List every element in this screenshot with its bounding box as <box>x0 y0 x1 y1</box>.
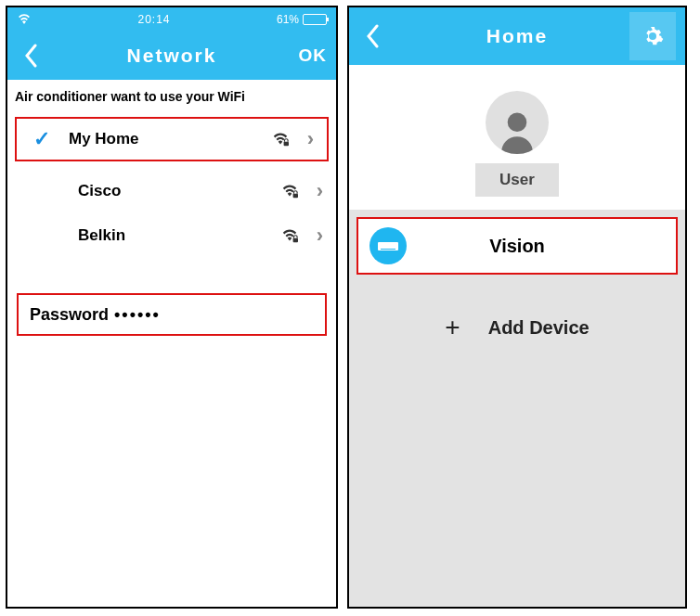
svg-rect-0 <box>284 142 289 147</box>
ok-button[interactable]: OK <box>299 45 328 66</box>
wifi-name: Cisco <box>50 182 277 200</box>
avatar[interactable] <box>486 91 549 154</box>
wifi-name: Belkin <box>50 226 277 245</box>
wifi-row-cisco[interactable]: Cisco › <box>7 169 336 213</box>
wifi-lock-icon <box>277 183 303 199</box>
device-row-vision[interactable]: Vision <box>356 217 678 275</box>
device-name: Vision <box>407 236 665 257</box>
svg-rect-2 <box>293 238 298 243</box>
profile-section: User <box>349 65 685 210</box>
nav-title: Network <box>7 45 336 67</box>
wifi-name: My Home <box>59 130 267 148</box>
network-screen: 20:14 61% Network OK Air conditioner wan… <box>6 6 338 609</box>
password-label: Password <box>30 305 109 325</box>
wifi-row-myhome[interactable]: ✓ My Home › <box>15 117 329 161</box>
password-field[interactable]: Password •••••• <box>17 293 327 336</box>
battery-percent: 61% <box>277 13 299 26</box>
back-button[interactable] <box>17 42 45 70</box>
home-screen: Home User Vision + Add Device <box>347 6 687 609</box>
wifi-status-icon <box>17 13 32 27</box>
status-bar: 20:14 61% <box>7 7 336 32</box>
plus-icon: + <box>445 313 460 342</box>
gear-icon <box>642 25 664 47</box>
svg-rect-1 <box>293 194 298 199</box>
nav-bar-home: Home <box>349 7 685 65</box>
status-time: 20:14 <box>32 13 277 26</box>
wifi-lock-icon <box>277 227 303 244</box>
settings-button[interactable] <box>629 12 676 60</box>
chevron-right-icon: › <box>293 127 314 151</box>
back-button[interactable] <box>358 22 386 50</box>
add-device-button[interactable]: + Add Device <box>349 295 685 360</box>
person-icon <box>498 109 537 154</box>
check-icon: ✓ <box>33 127 59 151</box>
battery-icon <box>303 14 327 25</box>
chevron-right-icon: › <box>303 179 323 203</box>
add-device-label: Add Device <box>488 317 590 339</box>
wifi-lock-icon <box>267 131 293 148</box>
nav-bar-network: Network OK <box>7 32 336 80</box>
svg-point-3 <box>508 112 527 132</box>
chevron-right-icon: › <box>303 224 323 248</box>
ac-unit-icon <box>369 227 407 264</box>
user-label: User <box>475 163 559 197</box>
wifi-prompt: Air conditioner want to use your WiFi <box>7 80 336 117</box>
wifi-row-belkin[interactable]: Belkin › <box>7 213 336 258</box>
password-value: •••••• <box>109 305 161 325</box>
